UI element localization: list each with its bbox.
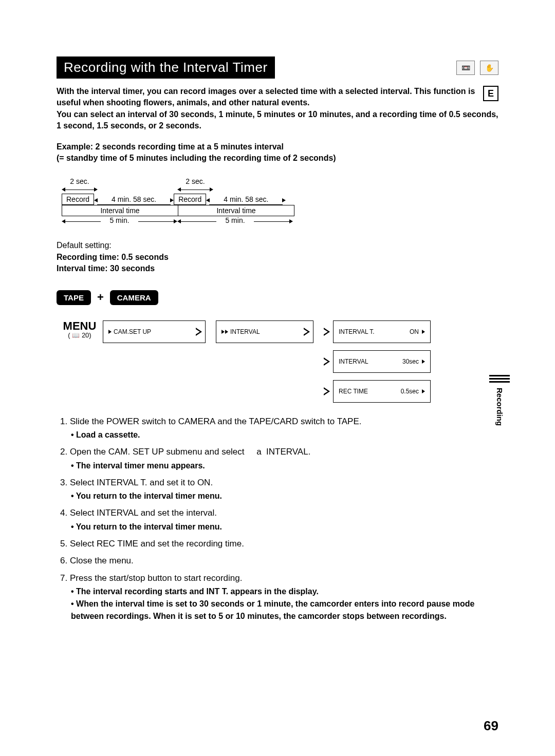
example-subheading: (= standby time of 5 minutes including t… xyxy=(57,153,498,164)
step-item: Open the CAM. SET UP submenu and select … xyxy=(70,445,498,472)
record-box: Record xyxy=(62,194,94,205)
camcorder-icon: 📼 xyxy=(456,61,475,75)
menu-box-interval: INTERVAL xyxy=(216,320,313,343)
step-note: When the interval time is set to 30 seco… xyxy=(71,598,498,622)
chevron-right-icon xyxy=(324,357,330,366)
menu-box-interval-val: INTERVAL 30sec xyxy=(333,350,431,373)
default-settings: Default setting: Recording time: 0.5 sec… xyxy=(57,240,498,274)
timing-diagram: 2 sec. 2 sec. Record 4 min. 58 sec. Reco… xyxy=(62,177,303,224)
example-heading-block: Example: 2 seconds recording time at a 5… xyxy=(57,141,498,164)
plus-icon: + xyxy=(97,291,104,304)
page-number: 69 xyxy=(484,718,498,734)
section-thumb-tab: Recording xyxy=(489,375,510,426)
menu-path: MENU ( 📖 20) CAM.SET UP INTERVAL INTERVA… xyxy=(57,320,498,403)
step-item: Slide the POWER switch to CAMERA and the… xyxy=(70,415,498,442)
mode-icons: 📼 ✋ xyxy=(456,61,498,75)
language-indicator: E xyxy=(483,86,498,101)
menu-box-interval-t: INTERVAL T. ON xyxy=(333,320,431,343)
intro-text: With the interval timer, you can record … xyxy=(57,86,498,132)
menu-box-rectime: REC TIME 0.5sec xyxy=(333,380,431,403)
step-note: You return to the interval timer menu. xyxy=(71,490,498,502)
instruction-steps: Slide the POWER switch to CAMERA and the… xyxy=(57,415,498,623)
menu-box-camsetup: CAM.SET UP xyxy=(103,320,206,343)
page-title: Recording with the Interval Timer xyxy=(57,56,275,79)
camera-badge: CAMERA xyxy=(110,290,158,305)
step-item: Close the menu. xyxy=(70,554,498,568)
step-item: Press the start/stop button to start rec… xyxy=(70,572,498,623)
step-note: The interval recording starts and INT T.… xyxy=(71,585,498,598)
example-heading: Example: 2 seconds recording time at a 5… xyxy=(57,141,498,153)
mode-indicator: TAPE + CAMERA xyxy=(57,290,498,305)
step-item: Select INTERVAL T. and set it to ON.You … xyxy=(70,476,498,503)
step-note: You return to the interval timer menu. xyxy=(71,521,498,533)
step-note: The interval timer menu appears. xyxy=(71,460,498,472)
chevron-right-icon xyxy=(304,328,310,336)
chevron-right-icon xyxy=(196,328,202,336)
menu-label: MENU ( 📖 20) xyxy=(57,320,103,338)
hand-icon: ✋ xyxy=(480,61,498,75)
step-item: Select INTERVAL and set the interval.You… xyxy=(70,506,498,533)
chevron-right-icon xyxy=(324,328,330,336)
step-item: Select REC TIME and set the recording ti… xyxy=(70,537,498,551)
step-note: Load a cassette. xyxy=(71,429,498,441)
record-box: Record xyxy=(174,194,206,205)
tape-badge: TAPE xyxy=(57,290,91,305)
chevron-right-icon xyxy=(324,387,330,395)
